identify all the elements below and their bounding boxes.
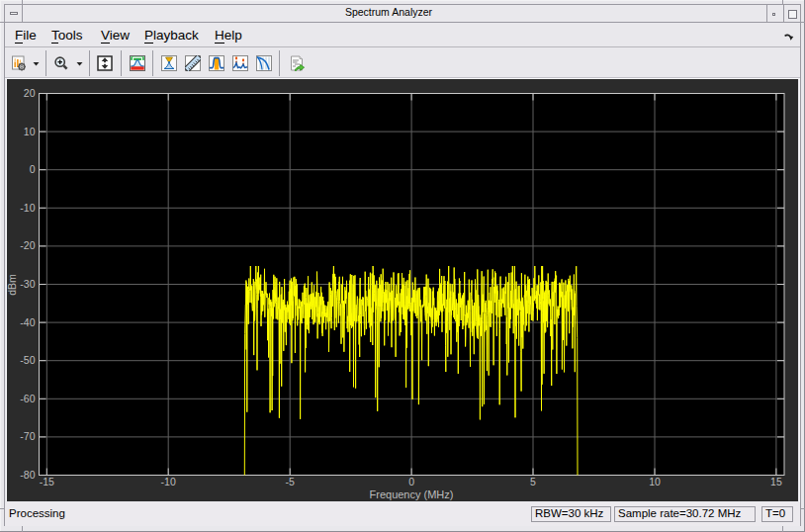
svg-text:20: 20 — [24, 87, 36, 99]
svg-text:-5: -5 — [286, 476, 295, 488]
svg-text:-10: -10 — [20, 202, 35, 214]
svg-text:-30: -30 — [20, 278, 35, 290]
svg-text:-60: -60 — [20, 393, 35, 404]
svg-text:-50: -50 — [20, 354, 35, 366]
svg-text:0: 0 — [30, 163, 36, 175]
svg-text:-15: -15 — [40, 476, 54, 488]
svg-text:10: 10 — [24, 126, 36, 137]
svg-text:-70: -70 — [20, 430, 35, 442]
svg-text:-10: -10 — [161, 476, 176, 488]
svg-text:0: 0 — [408, 476, 414, 488]
svg-text:dBm: dBm — [7, 274, 18, 296]
svg-text:Frequency (MHz): Frequency (MHz) — [370, 488, 454, 500]
svg-text:-20: -20 — [20, 239, 35, 251]
svg-text:-40: -40 — [20, 316, 35, 328]
svg-text:-80: -80 — [20, 469, 35, 481]
svg-text:15: 15 — [770, 476, 782, 488]
svg-text:10: 10 — [649, 476, 661, 488]
svg-text:5: 5 — [530, 476, 536, 488]
